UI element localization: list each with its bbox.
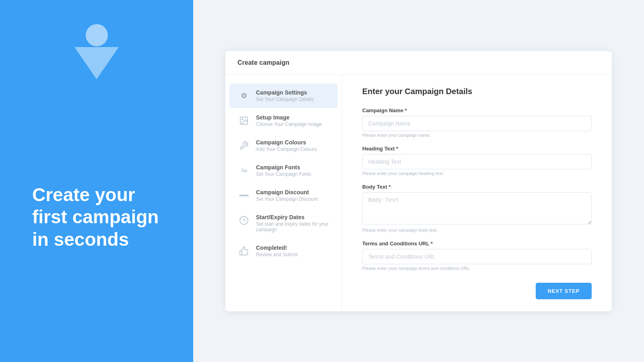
nav-label-setup-image: Setup Image bbox=[256, 114, 322, 121]
campaign-name-input[interactable] bbox=[362, 116, 592, 131]
terms-url-group: Terms and Conditions URL * Please enter … bbox=[362, 241, 592, 271]
campaign-name-hint: Please enter your campaign name. bbox=[362, 133, 592, 138]
logo-circle bbox=[86, 24, 108, 46]
nav-sublabel-campaign-settings: Set Your Campaign Details bbox=[256, 97, 314, 102]
nav-label-completed: Completed! bbox=[256, 245, 297, 251]
card-header: Create campaign bbox=[225, 51, 612, 75]
terms-url-hint: Please enter your campaign terms and con… bbox=[362, 266, 592, 271]
body-text-group: Body Text * Please enter your campaign b… bbox=[362, 184, 592, 232]
discount-icon bbox=[237, 189, 250, 202]
nav-label-campaign-colours: Campaign Colours bbox=[256, 139, 317, 146]
body-text-hint: Please enter your campaign body text. bbox=[362, 228, 592, 232]
hero-text: Create your first campaign in seconds bbox=[32, 184, 169, 251]
svg-rect-2 bbox=[239, 195, 249, 196]
nav-item-start-expiry[interactable]: Start/Expiry Dates Set start and expiry … bbox=[229, 208, 338, 238]
form-title: Enter your Campaign Details bbox=[362, 87, 592, 96]
nav-item-campaign-colours[interactable]: Campaign Colours Add Your Campaign Colou… bbox=[229, 134, 338, 158]
next-step-button[interactable]: NEXT STEP bbox=[536, 283, 592, 299]
nav-item-campaign-discount[interactable]: Campaign Discount Set Your Campaign Disc… bbox=[229, 183, 338, 208]
nav-sublabel-setup-image: Choose Your Campaign Image bbox=[256, 121, 322, 127]
nav-sublabel-campaign-fonts: Set Your Campaign Fonts bbox=[256, 171, 311, 177]
sidebar-nav: ⚙ Campaign Settings Set Your Campaign De… bbox=[225, 75, 342, 311]
terms-url-input[interactable] bbox=[362, 249, 592, 264]
svg-point-1 bbox=[242, 119, 243, 120]
heading-text-label: Heading Text * bbox=[362, 146, 592, 152]
nav-label-campaign-fonts: Campaign Fonts bbox=[256, 164, 311, 171]
logo bbox=[74, 24, 119, 79]
nav-item-setup-image[interactable]: Setup Image Choose Your Campaign Image bbox=[229, 109, 338, 133]
nav-item-campaign-settings[interactable]: ⚙ Campaign Settings Set Your Campaign De… bbox=[229, 84, 338, 108]
nav-label-campaign-discount: Campaign Discount bbox=[256, 189, 318, 195]
body-text-label: Body Text * bbox=[362, 184, 592, 190]
heading-text-input[interactable] bbox=[362, 154, 592, 169]
main-card: Create campaign ⚙ Campaign Settings Set … bbox=[225, 51, 612, 311]
campaign-name-label: Campaign Name * bbox=[362, 107, 592, 113]
nav-sublabel-start-expiry: Set start and expiry dates for your camp… bbox=[256, 221, 330, 232]
colours-icon bbox=[237, 139, 250, 152]
nav-item-campaign-fonts[interactable]: Aa Campaign Fonts Set Your Campaign Font… bbox=[229, 158, 338, 183]
gear-icon: ⚙ bbox=[237, 89, 250, 102]
nav-label-campaign-settings: Campaign Settings bbox=[256, 89, 314, 96]
nav-sublabel-completed: Review and Submit bbox=[256, 252, 297, 257]
nav-sublabel-campaign-discount: Set Your Campaign Discount bbox=[256, 196, 318, 202]
heading-text-group: Heading Text * Please enter your campaig… bbox=[362, 146, 592, 176]
right-panel: Create campaign ⚙ Campaign Settings Set … bbox=[193, 0, 644, 362]
card-body: ⚙ Campaign Settings Set Your Campaign De… bbox=[225, 75, 612, 311]
form-area: Enter your Campaign Details Campaign Nam… bbox=[342, 75, 612, 311]
fonts-icon: Aa bbox=[237, 164, 250, 177]
terms-url-label: Terms and Conditions URL * bbox=[362, 241, 592, 247]
thumbsup-icon bbox=[237, 245, 250, 257]
logo-triangle bbox=[74, 47, 119, 79]
body-text-input[interactable] bbox=[362, 192, 592, 224]
nav-label-start-expiry: Start/Expiry Dates bbox=[256, 214, 330, 220]
nav-item-completed[interactable]: Completed! Review and Submit bbox=[229, 239, 338, 263]
campaign-name-group: Campaign Name * Please enter your campai… bbox=[362, 107, 592, 138]
heading-text-hint: Please enter your campaign heading text. bbox=[362, 171, 592, 176]
nav-sublabel-campaign-colours: Add Your Campaign Colours bbox=[256, 146, 317, 152]
image-icon bbox=[237, 114, 250, 127]
card-title: Create campaign bbox=[237, 59, 289, 66]
left-panel: Create your first campaign in seconds bbox=[0, 0, 193, 362]
clock-icon bbox=[237, 214, 250, 227]
